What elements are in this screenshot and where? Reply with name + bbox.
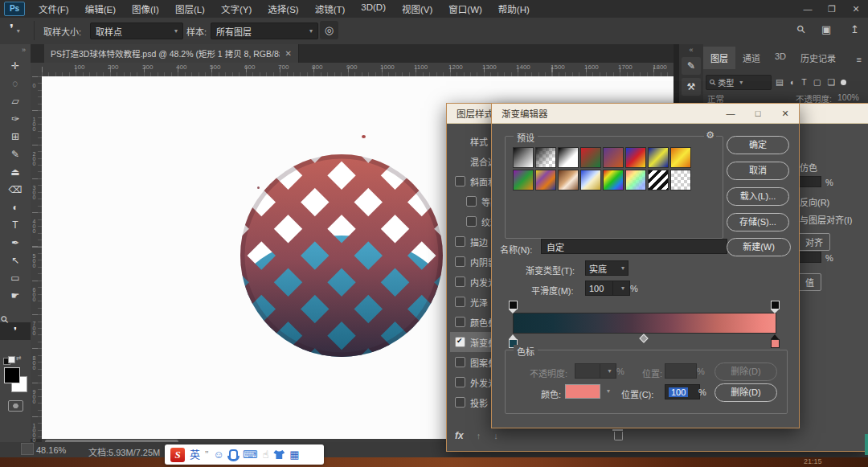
checkbox[interactable] xyxy=(455,297,465,307)
path-selection-tool[interactable]: ↖ xyxy=(0,252,31,269)
transparent-rainbow[interactable] xyxy=(625,170,646,190)
gradient-type-select[interactable]: 实底▾ xyxy=(585,260,628,276)
opacity-stop-left[interactable] xyxy=(509,301,518,313)
skin-icon[interactable] xyxy=(273,450,285,459)
menu-item[interactable]: 编辑(E) xyxy=(78,0,123,18)
stop-color-swatch[interactable] xyxy=(565,384,600,399)
spectrum[interactable] xyxy=(603,170,624,190)
fx-icon[interactable]: fx xyxy=(455,430,464,441)
minimize-button[interactable]: — xyxy=(717,109,744,119)
document-tab[interactable]: PS打造3D球体特效教程.psd @ 48.2% (矩形 1 拷贝 8, RGB… xyxy=(44,44,299,63)
ok-button[interactable]: 确定 xyxy=(727,136,789,154)
adjustment-layer-filter-icon[interactable]: ◐ xyxy=(790,77,795,87)
clone-stamp-tool[interactable]: ⏏ xyxy=(0,163,31,181)
delete-color-stop-button[interactable]: 删除(D) xyxy=(714,383,777,402)
black-white[interactable] xyxy=(513,147,534,168)
share-icon[interactable]: ↥ xyxy=(850,23,859,35)
chevron-down-icon[interactable]: ▾ xyxy=(607,387,610,395)
move-effect-down-icon[interactable]: ↓ xyxy=(493,431,498,440)
checkbox[interactable] xyxy=(455,317,465,327)
cancel-button[interactable]: 取消 xyxy=(727,162,789,180)
toolbox-icon[interactable]: ▦ xyxy=(289,449,299,460)
tab-history[interactable]: 历史记录 xyxy=(793,47,843,69)
toolbar-collapse-icon[interactable]: » xyxy=(0,44,31,57)
lasso-tool[interactable]: ▱ xyxy=(0,92,31,110)
minimize-button[interactable]: — xyxy=(796,1,820,17)
menu-item[interactable]: 图像(I) xyxy=(125,0,166,18)
brush-settings-panel-icon[interactable]: ✎ xyxy=(682,57,701,75)
checkbox[interactable] xyxy=(466,196,477,207)
sample-select[interactable]: 所有图层▾ xyxy=(211,23,318,39)
shape-layer-filter-icon[interactable]: ▢ xyxy=(813,77,821,87)
checkbox[interactable] xyxy=(455,377,465,387)
move-effect-up-icon[interactable]: ↑ xyxy=(477,431,481,440)
blue-red-yellow[interactable] xyxy=(625,147,646,168)
menu-item[interactable]: 视图(V) xyxy=(395,0,440,18)
lang-icon[interactable]: 英 xyxy=(190,449,200,460)
dock-collapse-icon[interactable]: « xyxy=(679,44,703,54)
red-green[interactable] xyxy=(580,147,601,168)
close-tab-icon[interactable]: ✕ xyxy=(285,49,292,58)
menu-item[interactable]: 选择(S) xyxy=(260,0,305,18)
foreground-color-swatch[interactable] xyxy=(4,367,20,383)
punctuation-icon[interactable]: ” xyxy=(205,449,208,460)
color-stop-right[interactable] xyxy=(771,334,780,348)
yellow-violet-orange-blue[interactable] xyxy=(535,170,556,190)
checkbox[interactable] xyxy=(455,337,465,347)
emoji-icon[interactable]: ☺ xyxy=(213,449,223,460)
search-icon[interactable]: ⚲ xyxy=(794,23,808,36)
checkbox[interactable] xyxy=(455,397,465,408)
foreground-to-transparent[interactable] xyxy=(535,147,556,168)
orange-yellow-orange[interactable] xyxy=(670,147,691,168)
smart-object-filter-icon[interactable]: ❏ xyxy=(828,77,835,87)
menu-item[interactable]: 3D(D) xyxy=(354,0,393,18)
pixel-layer-filter-icon[interactable]: ▤ xyxy=(776,77,784,87)
load-button[interactable]: 载入(L)... xyxy=(727,187,789,206)
chevron-down-icon[interactable]: ▾ xyxy=(17,27,20,35)
checkbox[interactable] xyxy=(455,256,465,267)
checkbox[interactable] xyxy=(455,357,465,367)
new-button[interactable]: 新建(W) xyxy=(727,238,791,256)
vertical-ruler[interactable]: 01002003004005006007008009001000 xyxy=(31,76,43,439)
gradient-preview[interactable] xyxy=(513,313,776,334)
chrome-blue-gold[interactable] xyxy=(580,170,601,190)
tab-3d[interactable]: 3D xyxy=(768,47,793,69)
checkbox[interactable] xyxy=(455,236,465,247)
stop-position2-field[interactable]: 100 xyxy=(665,384,700,399)
gradient-midpoint[interactable] xyxy=(639,334,648,342)
workspace-icon[interactable]: ▣ xyxy=(821,23,831,35)
opacity-value[interactable]: 100% xyxy=(837,92,859,102)
smoothness-dropdown[interactable]: ▾ xyxy=(612,281,630,296)
document-size-info[interactable]: 文档:5.93M/7.25M xyxy=(88,445,160,458)
purple-green-orange[interactable] xyxy=(513,170,534,190)
menu-item[interactable]: 文字(Y) xyxy=(214,0,259,18)
neutral-density[interactable] xyxy=(670,170,691,190)
maximize-button[interactable]: □ xyxy=(744,109,772,119)
tool-panels-icon[interactable]: ⚒ xyxy=(682,78,701,96)
stripes[interactable] xyxy=(648,170,669,190)
menu-item[interactable]: 帮助(H) xyxy=(491,0,537,18)
move-tool[interactable]: ✛ xyxy=(0,57,31,75)
gradient-name-input[interactable] xyxy=(541,239,727,254)
crop-tool[interactable]: ⊞ xyxy=(0,128,31,145)
checkbox[interactable] xyxy=(466,216,477,227)
save-button[interactable]: 存储(S)... xyxy=(727,213,789,231)
panel-menu-icon[interactable]: ≡ xyxy=(850,50,868,69)
restore-button[interactable]: ❐ xyxy=(820,1,844,17)
menu-item[interactable]: 窗口(W) xyxy=(441,0,489,18)
checkbox[interactable] xyxy=(455,176,465,186)
close-button[interactable]: ✕ xyxy=(772,109,799,119)
eraser-tool[interactable]: ⌫ xyxy=(0,181,31,199)
quick-selection-tool[interactable]: ✑ xyxy=(0,110,31,128)
violet-orange[interactable] xyxy=(603,147,624,168)
menu-item[interactable]: 滤镜(T) xyxy=(308,0,353,18)
zoom-level[interactable]: 48.16% xyxy=(36,445,66,455)
quick-mask-icon[interactable] xyxy=(8,400,23,412)
pen-tool[interactable]: ✒ xyxy=(0,234,31,252)
marquee-tool[interactable]: ◌ xyxy=(0,75,31,92)
gear-icon[interactable]: ⚙ xyxy=(704,129,716,141)
sampling-ring-toggle[interactable]: ◎ xyxy=(320,21,338,39)
copper[interactable] xyxy=(558,170,579,190)
keyboard-icon[interactable]: ⌨ xyxy=(243,449,258,460)
type-tool[interactable]: T xyxy=(0,216,31,234)
